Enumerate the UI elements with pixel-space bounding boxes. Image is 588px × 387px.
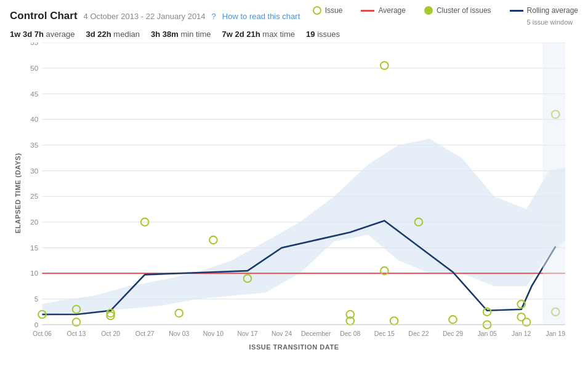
svg-text:20: 20 xyxy=(30,218,38,226)
chart-title: Control Chart xyxy=(10,10,78,22)
help-icon: ? xyxy=(212,12,216,21)
svg-text:Dec 08: Dec 08 xyxy=(340,331,360,338)
svg-text:5: 5 xyxy=(34,295,38,303)
svg-text:45: 45 xyxy=(30,90,38,98)
svg-text:30: 30 xyxy=(30,167,38,175)
help-link[interactable]: How to read this chart xyxy=(222,12,300,21)
svg-text:55: 55 xyxy=(30,42,38,46)
max-value: 7w 2d 21h xyxy=(222,30,260,39)
svg-text:Nov 17: Nov 17 xyxy=(237,331,257,338)
svg-text:Dec 22: Dec 22 xyxy=(408,331,429,338)
svg-text:Jan 05: Jan 05 xyxy=(477,331,497,338)
svg-text:Jan 12: Jan 12 xyxy=(512,331,531,338)
date-range: 4 October 2013 - 22 January 2014 xyxy=(84,12,206,21)
issue-dot xyxy=(449,316,457,324)
cluster-icon xyxy=(424,6,433,15)
stat-min: 3h 38m min time xyxy=(151,30,211,39)
svg-text:Oct 27: Oct 27 xyxy=(135,331,155,338)
svg-text:Nov 03: Nov 03 xyxy=(169,331,189,338)
legend-cluster-label: Cluster of issues xyxy=(437,6,491,15)
issue-dot xyxy=(390,317,398,325)
issues-label: issues xyxy=(317,30,340,39)
legend-cluster: Cluster of issues xyxy=(424,6,491,15)
legend: Issue Average Cluster of issues Rolling … xyxy=(313,6,578,26)
rolling-line-icon xyxy=(510,10,523,12)
svg-rect-26 xyxy=(542,42,565,325)
svg-text:Oct 06: Oct 06 xyxy=(33,331,52,338)
min-label: min time xyxy=(180,30,211,39)
issue-icon xyxy=(313,6,321,15)
max-label: max time xyxy=(262,30,295,39)
svg-text:50: 50 xyxy=(30,65,38,72)
legend-issue: Issue xyxy=(313,6,343,15)
stat-median: 3d 22h median xyxy=(86,30,140,39)
svg-text:December: December xyxy=(301,331,331,338)
svg-text:Oct 13: Oct 13 xyxy=(67,331,86,338)
legend-average: Average xyxy=(361,6,405,15)
average-value: 1w 3d 7h xyxy=(10,30,44,39)
median-value: 3d 22h xyxy=(86,30,111,39)
chart-header: Control Chart 4 October 2013 - 22 Januar… xyxy=(0,0,588,28)
chart-wrapper: ELAPSED TIME (DAYS) 0 5 10 15 20 25 30 3… xyxy=(10,42,578,344)
average-line-icon xyxy=(361,10,374,12)
svg-text:35: 35 xyxy=(30,142,38,149)
svg-text:Jan 19: Jan 19 xyxy=(546,331,566,338)
stats-row: 1w 3d 7h average 3d 22h median 3h 38m mi… xyxy=(0,28,588,42)
svg-text:Oct 20: Oct 20 xyxy=(101,331,120,338)
svg-text:Dec 15: Dec 15 xyxy=(374,331,395,338)
issue-dot xyxy=(483,308,491,316)
legend-issue-label: Issue xyxy=(325,6,343,15)
min-value: 3h 38m xyxy=(151,30,179,39)
rolling-sublabel: 5 issue window xyxy=(527,18,573,26)
svg-text:40: 40 xyxy=(30,116,38,123)
svg-text:Nov 24: Nov 24 xyxy=(272,331,292,338)
y-axis-label: ELAPSED TIME (DAYS) xyxy=(14,153,22,234)
stat-issues: 19 issues xyxy=(306,30,340,39)
svg-text:Nov 10: Nov 10 xyxy=(203,331,224,338)
svg-text:25: 25 xyxy=(30,193,38,200)
issue-dot xyxy=(209,236,217,244)
svg-text:0: 0 xyxy=(34,321,38,329)
svg-text:15: 15 xyxy=(30,244,38,252)
average-label: average xyxy=(46,30,75,39)
svg-text:10: 10 xyxy=(30,270,38,277)
svg-text:Dec 29: Dec 29 xyxy=(443,331,463,338)
stat-average: 1w 3d 7h average xyxy=(10,30,75,39)
median-label: median xyxy=(113,30,140,39)
x-axis-label: ISSUE TRANSITION DATE xyxy=(10,343,578,351)
chart-svg: 0 5 10 15 20 25 30 35 40 45 50 55 xyxy=(10,42,578,344)
stat-max: 7w 2d 21h max time xyxy=(222,30,296,39)
legend-rolling: Rolling average 5 issue window xyxy=(510,6,578,26)
legend-average-label: Average xyxy=(378,6,405,15)
legend-rolling-label: Rolling average xyxy=(527,6,578,15)
svg-marker-24 xyxy=(42,138,565,317)
issue-dot xyxy=(175,309,183,317)
issues-value: 19 xyxy=(306,30,315,39)
